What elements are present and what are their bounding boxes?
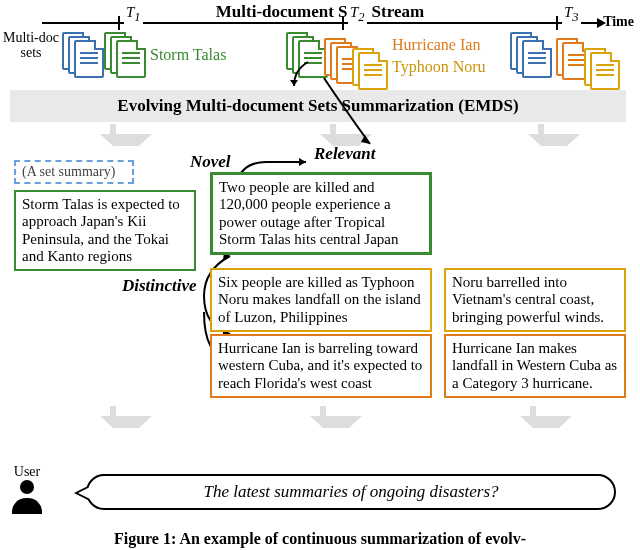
- relation-novel: Novel: [190, 152, 231, 172]
- relation-relevant: Relevant: [314, 144, 375, 164]
- time-axis-label: Time: [603, 14, 634, 30]
- user-label: User: [10, 464, 44, 480]
- topic-label-ian: Hurricane Ian: [392, 36, 480, 54]
- doc-stack-t3-generic: [510, 32, 554, 78]
- user-block: User: [10, 464, 44, 514]
- tick-label-t3: T3: [562, 4, 581, 25]
- relation-distinctive: Distinctive: [122, 276, 197, 296]
- doc-stack-t3-noru: [584, 48, 628, 94]
- tick-t1: [118, 16, 120, 30]
- doc-stack-t1-generic: [62, 32, 106, 78]
- topic-label-noru: Typhoon Noru: [392, 58, 486, 76]
- doc-stack-t1-talas: [104, 32, 148, 78]
- summary-t3-noru: Noru barrelled into Vietnam's central co…: [444, 268, 626, 332]
- tick-t2: [342, 16, 344, 30]
- set-summary-placeholder: (A set summary): [14, 160, 134, 184]
- user-query-text: The latest summaries of ongoing disaster…: [203, 482, 498, 502]
- summary-t2-ian: Hurricane Ian is barreling toward wester…: [210, 334, 432, 398]
- tick-t3: [556, 16, 558, 30]
- topic-label-talas: Storm Talas: [150, 46, 226, 64]
- figure-caption: Figure 1: An example of continuous summa…: [0, 530, 640, 548]
- emds-bar: Evolving Multi-document Sets Summarizati…: [10, 90, 626, 122]
- doc-stack-t2-noru: [352, 48, 396, 94]
- down-arrow-icon: [100, 124, 126, 146]
- summary-t1-talas: Storm Talas is expected to approach Japa…: [14, 190, 196, 271]
- down-arrow-icon: [528, 124, 554, 146]
- down-arrow-icon: [100, 406, 126, 428]
- tick-label-t2: T2: [348, 4, 367, 25]
- tick-label-t1: T1: [124, 4, 143, 25]
- user-icon: [10, 480, 44, 514]
- summary-t2-talas: Two people are killed and 120,000 people…: [210, 172, 432, 255]
- user-query-speech: The latest summaries of ongoing disaster…: [86, 474, 616, 510]
- down-arrow-icon: [310, 406, 336, 428]
- down-arrow-icon: [520, 406, 546, 428]
- multidoc-sets-label: Multi-docsets: [2, 30, 60, 61]
- stream-title: Multi-document Sets Stream: [0, 2, 640, 22]
- down-arrow-icon: [320, 124, 346, 146]
- summary-t2-noru: Six people are killed as Typhoon Noru ma…: [210, 268, 432, 332]
- summary-t3-ian: Hurricane Ian makes landfall in Western …: [444, 334, 626, 398]
